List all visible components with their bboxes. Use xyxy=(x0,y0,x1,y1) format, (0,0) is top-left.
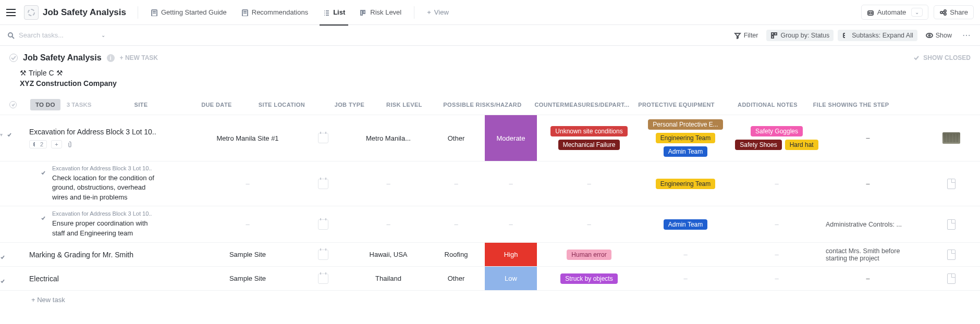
hazard-cell[interactable]: Unknown site conditions Mechanical Failu… xyxy=(537,115,641,161)
doc-icon[interactable] xyxy=(947,179,956,189)
site-cell[interactable]: – xyxy=(198,161,297,206)
task-row[interactable]: Electrical Sample Site Thailand Other Lo… xyxy=(0,267,980,291)
ppe-cell[interactable]: Safety Goggles Safety Shoes Hard hat xyxy=(730,115,824,161)
col-hazard[interactable]: POSSIBLE RISKS/HAZARD xyxy=(430,102,534,108)
share-button[interactable]: Share xyxy=(934,5,974,19)
file-cell[interactable] xyxy=(912,115,980,161)
col-ppe[interactable]: PROTECTIVE EQUIPMENT xyxy=(630,102,724,108)
list-status-icon[interactable] xyxy=(9,54,18,62)
task-name[interactable]: Marking & Grading for Mr. Smith xyxy=(29,251,133,259)
add-view-button[interactable]: + View xyxy=(422,5,454,19)
location-cell[interactable]: Hawaii, USA xyxy=(349,243,427,266)
site-cell[interactable]: Sample Site xyxy=(198,267,297,290)
row-handle[interactable]: ▾ xyxy=(0,132,12,138)
check-icon[interactable] xyxy=(0,255,5,260)
col-risk[interactable]: RISK LEVEL xyxy=(378,102,430,108)
subtasks-button[interactable]: Subtasks: Expand All xyxy=(838,30,917,41)
chevron-down-icon[interactable]: ⌄ xyxy=(101,32,105,38)
col-location[interactable]: SITE LOCATION xyxy=(242,102,321,108)
attachment-icon[interactable] xyxy=(66,141,74,148)
due-cell[interactable] xyxy=(297,206,349,242)
doc-icon[interactable] xyxy=(947,219,956,230)
risk-cell[interactable]: – xyxy=(485,161,537,206)
risk-cell[interactable]: – xyxy=(485,206,537,242)
more-menu[interactable]: ⋯ xyxy=(960,30,973,40)
due-cell[interactable] xyxy=(297,243,349,266)
dept-cell[interactable]: – xyxy=(641,267,730,290)
dept-cell[interactable]: Personal Protective E... Engineering Tea… xyxy=(641,115,730,161)
info-icon[interactable]: i xyxy=(107,54,115,62)
site-cell[interactable]: Sample Site xyxy=(198,243,297,266)
task-row[interactable]: ▾ Excavation for Address Block 3 Lot 10.… xyxy=(0,115,980,161)
due-cell[interactable] xyxy=(297,161,349,206)
task-name[interactable]: Ensure proper coordination with staff an… xyxy=(52,219,156,238)
notes-cell[interactable]: contact Mrs. Smith before starting the p… xyxy=(824,243,912,266)
dept-cell[interactable]: Admin Team xyxy=(641,206,730,242)
task-row[interactable]: Marking & Grading for Mr. Smith Sample S… xyxy=(0,243,980,267)
group-collapse-icon[interactable] xyxy=(9,101,17,108)
check-icon[interactable] xyxy=(0,279,5,284)
ppe-cell[interactable]: – xyxy=(730,267,824,290)
risk-cell[interactable]: High xyxy=(485,243,537,266)
location-cell[interactable]: Thailand xyxy=(349,267,427,290)
doc-icon[interactable] xyxy=(947,250,956,260)
project-icon[interactable] xyxy=(24,5,39,20)
chevron-down-icon[interactable]: ⌄ xyxy=(911,8,923,17)
col-due[interactable]: DUE DATE xyxy=(190,102,242,108)
hazard-cell[interactable]: – xyxy=(537,206,641,242)
status-pill-todo[interactable]: TO DO xyxy=(30,99,60,110)
site-cell[interactable]: – xyxy=(198,206,297,242)
task-name[interactable]: Check location for the condition of grou… xyxy=(52,173,156,202)
add-subtask-chip[interactable]: + xyxy=(51,140,62,148)
filter-button[interactable]: Filter xyxy=(730,30,763,41)
hamburger-icon[interactable] xyxy=(6,6,20,19)
jobtype-cell[interactable]: Roofing xyxy=(427,243,485,266)
view-tab-guide[interactable]: Getting Started Guide xyxy=(145,5,232,19)
dept-cell[interactable]: – xyxy=(641,243,730,266)
search-input[interactable] xyxy=(19,31,97,39)
dept-cell[interactable]: Engineering Team xyxy=(641,161,730,206)
show-button[interactable]: Show xyxy=(922,30,956,41)
task-name[interactable]: Electrical xyxy=(29,275,59,283)
hazard-cell[interactable]: Human error xyxy=(537,243,641,266)
check-icon[interactable] xyxy=(41,170,48,178)
ppe-cell[interactable]: – xyxy=(730,206,824,242)
task-name[interactable]: Excavation for Address Block 3 Lot 10.. xyxy=(29,128,156,136)
hazard-cell[interactable]: Struck by objects xyxy=(537,267,641,290)
due-cell[interactable] xyxy=(297,115,349,161)
subtask-row[interactable]: Excavation for Address Block 3 Lot 10.. … xyxy=(0,161,980,206)
automate-button[interactable]: Automate ⌄ xyxy=(861,5,929,20)
jobtype-cell[interactable]: Other xyxy=(427,267,485,290)
group-by-button[interactable]: Group by: Status xyxy=(766,30,834,41)
new-task-button[interactable]: + NEW TASK xyxy=(120,54,158,61)
col-file[interactable]: FILE SHOWING THE STEP xyxy=(812,102,890,108)
file-cell[interactable] xyxy=(912,161,980,206)
add-task-button[interactable]: + New task xyxy=(0,291,980,309)
check-icon[interactable] xyxy=(7,132,12,138)
view-tab-recommendations[interactable]: Recommendations xyxy=(236,5,313,19)
view-tab-list[interactable]: List xyxy=(317,5,350,19)
doc-icon[interactable] xyxy=(947,273,956,284)
file-cell[interactable] xyxy=(912,267,980,290)
due-cell[interactable] xyxy=(297,267,349,290)
location-cell[interactable]: – xyxy=(349,161,427,206)
risk-cell[interactable]: Low xyxy=(485,267,537,290)
jobtype-cell[interactable]: – xyxy=(427,161,485,206)
risk-cell[interactable]: Moderate xyxy=(485,115,537,161)
file-thumbnail[interactable] xyxy=(942,132,960,144)
view-tab-risk-level[interactable]: Risk Level xyxy=(354,5,407,19)
ppe-cell[interactable]: – xyxy=(730,161,824,206)
search-icon[interactable] xyxy=(7,32,15,39)
ppe-cell[interactable]: – xyxy=(730,243,824,266)
location-cell[interactable]: – xyxy=(349,206,427,242)
notes-cell[interactable]: – xyxy=(824,161,912,206)
check-icon[interactable] xyxy=(41,216,48,223)
file-cell[interactable] xyxy=(912,243,980,266)
col-jobtype[interactable]: JOB TYPE xyxy=(321,102,378,108)
subtask-row[interactable]: Excavation for Address Block 3 Lot 10.. … xyxy=(0,206,980,243)
hazard-cell[interactable]: – xyxy=(537,161,641,206)
show-closed-button[interactable]: SHOW CLOSED xyxy=(913,54,971,61)
notes-cell[interactable]: – xyxy=(824,267,912,290)
expand-icon[interactable]: ▾ xyxy=(0,132,3,138)
jobtype-cell[interactable]: Other xyxy=(427,115,485,161)
